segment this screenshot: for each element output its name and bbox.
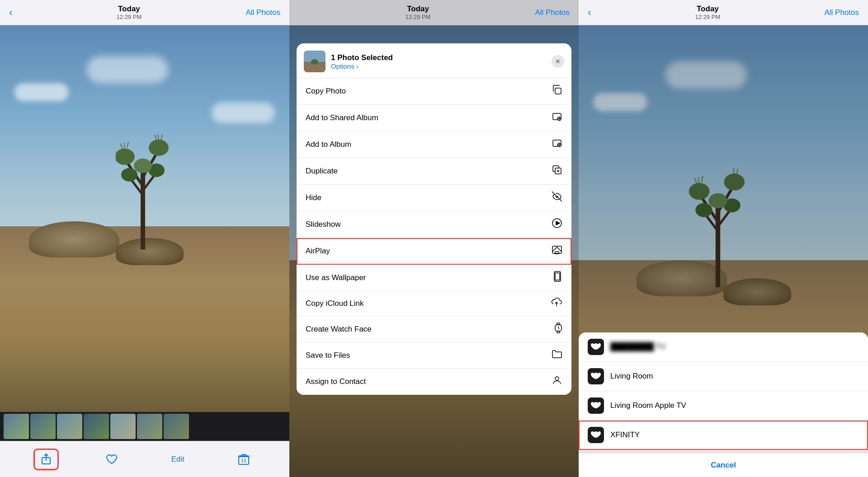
photo-background (0, 25, 289, 412)
hide-label: Hide (306, 193, 321, 202)
share-item-slideshow[interactable]: Slideshow (297, 211, 571, 238)
center-photo-area: 1 Photo Selected Options › ✕ Copy Photo (289, 25, 579, 477)
share-close-button[interactable]: ✕ (552, 55, 564, 68)
right-nav-center: Today 12:29 PM (695, 5, 721, 20)
shared-album-icon (552, 111, 562, 125)
apple-tv-icon-1 (588, 339, 604, 355)
svg-rect-49 (557, 323, 560, 325)
airplay-device-2[interactable]: Living Room (579, 362, 868, 391)
airplay-device-name-3: Living Room Apple TV (610, 401, 686, 410)
cloud-3 (212, 103, 275, 123)
airplay-cancel-button[interactable]: Cancel (579, 450, 868, 477)
cloud-2 (87, 56, 168, 83)
thumbnail-1[interactable] (4, 414, 29, 439)
svg-point-5 (116, 149, 135, 165)
center-nav-bar: ‹ Today 12:29 PM All Photos (289, 0, 579, 25)
copy-photo-icon (552, 84, 562, 98)
svg-rect-50 (557, 331, 560, 333)
share-item-assign-contact[interactable]: Assign to Contact (297, 369, 571, 395)
right-all-photos-button[interactable]: All Photos (824, 8, 859, 17)
joshua-tree (116, 123, 170, 249)
center-nav-center: Today 12:29 PM (406, 5, 431, 20)
share-item-shared-album[interactable]: Add to Shared Album (297, 105, 571, 131)
airplay-device-4[interactable]: XFINITY (579, 421, 868, 450)
svg-point-53 (555, 377, 559, 380)
thumbnail-6[interactable] (137, 414, 162, 439)
icloud-link-label: Copy iCloud Link (306, 299, 364, 308)
thumbnail-5[interactable] (110, 414, 136, 439)
airplay-overlay: ████████ TV Living Room (579, 25, 868, 477)
share-item-add-album[interactable]: Add to Album (297, 131, 571, 158)
airplay-sheet: ████████ TV Living Room (579, 332, 868, 477)
left-nav-title: Today (118, 5, 140, 14)
share-item-watch-face[interactable]: Create Watch Face (297, 316, 571, 343)
duplicate-label: Duplicate (306, 167, 338, 176)
left-all-photos-button[interactable]: All Photos (245, 8, 280, 17)
svg-point-6 (149, 140, 169, 156)
cloud-1 (14, 83, 69, 101)
slideshow-icon (552, 218, 562, 231)
icloud-link-icon (551, 298, 562, 309)
save-files-label: Save to Files (306, 351, 350, 360)
svg-line-15 (155, 135, 156, 140)
wallpaper-icon (552, 271, 562, 285)
add-album-icon (552, 138, 562, 151)
like-button[interactable] (100, 450, 123, 468)
share-button[interactable] (35, 450, 57, 469)
left-nav-subtitle: 12:29 PM (117, 14, 142, 20)
share-item-duplicate[interactable]: Duplicate (297, 158, 571, 185)
share-sheet-header: 1 Photo Selected Options › ✕ (297, 43, 571, 78)
bottom-toolbar: Edit (0, 441, 289, 477)
right-nav-title: Today (697, 5, 719, 14)
share-options-button[interactable]: Options › (331, 62, 548, 70)
share-item-save-files[interactable]: Save to Files (297, 343, 571, 369)
thumbnail-7[interactable] (164, 414, 189, 439)
right-nav-bar: ‹ Today 12:29 PM All Photos (579, 0, 868, 25)
svg-point-27 (311, 59, 318, 65)
center-all-photos-button[interactable]: All Photos (535, 8, 570, 17)
svg-line-14 (161, 135, 162, 140)
share-header-text: 1 Photo Selected Options › (331, 53, 548, 70)
share-title: 1 Photo Selected (331, 53, 548, 62)
svg-line-10 (124, 143, 125, 149)
airplay-device-1[interactable]: ████████ TV (579, 332, 868, 362)
svg-line-11 (127, 142, 128, 148)
watch-face-label: Create Watch Face (306, 325, 372, 334)
airplay-device-3[interactable]: Living Room Apple TV (579, 391, 868, 421)
svg-line-52 (558, 328, 559, 329)
airplay-device-name-4: XFINITY (610, 430, 640, 440)
left-photo-area (0, 25, 289, 412)
watch-face-icon (554, 323, 562, 336)
hide-icon (552, 191, 562, 205)
apple-tv-icon-4 (588, 427, 604, 443)
delete-button[interactable] (233, 450, 255, 469)
edit-button[interactable]: Edit (166, 451, 190, 468)
thumbnail-3[interactable] (57, 414, 82, 439)
left-nav-bar: ‹ Today 12:29 PM All Photos (0, 0, 289, 25)
svg-rect-46 (555, 273, 560, 280)
svg-line-12 (120, 144, 123, 149)
share-item-wallpaper[interactable]: Use as Wallpaper (297, 265, 571, 291)
copy-photo-label: Copy Photo (306, 87, 346, 96)
right-chevron-icon: ‹ (588, 7, 591, 19)
right-photo-area: ████████ TV Living Room (579, 25, 868, 477)
left-chevron-icon: ‹ (9, 7, 12, 19)
airplay-device-name-1: ████████ TV (610, 342, 666, 351)
thumbnail-strip (0, 412, 289, 441)
share-items-list: Copy Photo Add to Shared Album (297, 78, 571, 395)
share-item-icloud-link[interactable]: Copy iCloud Link (297, 291, 571, 316)
share-item-hide[interactable]: Hide (297, 185, 571, 211)
center-nav-title: Today (407, 5, 429, 14)
thumbnail-4[interactable] (84, 414, 109, 439)
svg-point-9 (134, 159, 152, 173)
thumbnail-2[interactable] (30, 414, 56, 439)
duplicate-icon (552, 164, 562, 178)
assign-contact-label: Assign to Contact (306, 377, 366, 386)
share-item-airplay[interactable]: AirPlay (297, 238, 571, 265)
assign-contact-icon (552, 375, 562, 388)
left-back-button[interactable]: ‹ (9, 7, 12, 19)
svg-point-7 (121, 168, 137, 182)
share-item-copy-photo[interactable]: Copy Photo (297, 78, 571, 105)
right-back-button[interactable]: ‹ (588, 7, 591, 19)
left-nav-center: Today 12:29 PM (117, 5, 142, 20)
